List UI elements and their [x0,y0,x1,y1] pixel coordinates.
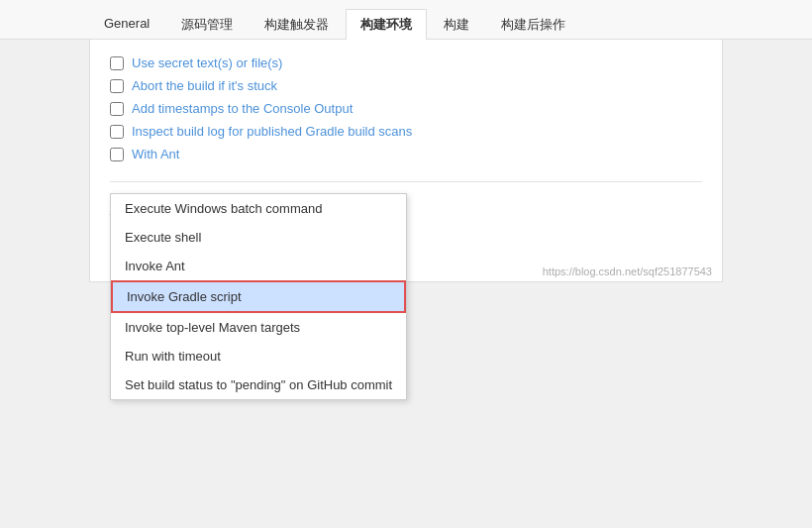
checkbox-label-gradle: Inspect build log for published Gradle b… [132,124,412,139]
watermark-text: https://blog.csdn.net/sqf251877543 [543,265,712,277]
tab-trigger[interactable]: 构建触发器 [250,9,344,40]
checkbox-timestamps[interactable] [110,102,124,116]
checkbox-label-secret: Use secret text(s) or file(s) [132,55,282,70]
checkbox-label-timestamps: Add timestamps to the Console Output [132,101,353,116]
checkbox-row-secret: Use secret text(s) or file(s) [110,55,702,70]
dropdown-item-maven[interactable]: Invoke top-level Maven targets [111,313,406,342]
main-content-panel: Use secret text(s) or file(s)Abort the b… [89,40,723,282]
build-step-dropdown: Execute Windows batch commandExecute she… [110,193,407,400]
checkbox-abort[interactable] [110,79,124,93]
tab-env[interactable]: 构建环境 [346,9,427,40]
tab-source[interactable]: 源码管理 [166,9,248,40]
checkbox-row-gradle: Inspect build log for published Gradle b… [110,124,702,139]
tab-build[interactable]: 构建 [429,9,484,40]
dropdown-item-shell[interactable]: Execute shell [111,223,406,252]
checkbox-row-timestamps: Add timestamps to the Console Output [110,101,702,116]
dropdown-item-windows[interactable]: Execute Windows batch command [111,194,406,223]
checkbox-row-ant: With Ant [110,147,702,161]
left-sidebar-stub [0,40,89,528]
checkbox-ant[interactable] [110,148,124,161]
section-divider [110,181,702,182]
tab-general[interactable]: General [89,9,164,40]
tab-bar: General源码管理构建触发器构建环境构建构建后操作 [0,0,812,40]
checkbox-row-abort: Abort the build if it's stuck [110,78,702,93]
dropdown-item-ant[interactable]: Invoke Ant [111,252,406,280]
checkbox-label-abort: Abort the build if it's stuck [132,78,277,93]
dropdown-item-timeout[interactable]: Run with timeout [111,342,406,370]
tab-post[interactable]: 构建后操作 [486,9,580,40]
checkbox-secret[interactable] [110,56,124,70]
checkbox-gradle[interactable] [110,125,124,139]
dropdown-item-github[interactable]: Set build status to "pending" on GitHub … [111,370,406,399]
checkbox-list: Use secret text(s) or file(s)Abort the b… [110,55,702,161]
dropdown-item-gradle[interactable]: Invoke Gradle script [111,280,406,313]
checkbox-label-ant: With Ant [132,147,179,161]
